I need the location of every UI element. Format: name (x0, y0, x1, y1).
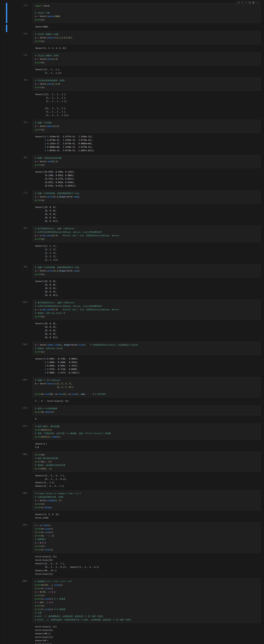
cell-output-wrap: tensor([[0, 0, 0], [0, 0, 0], [0, 0, 0],… (33, 278, 261, 297)
code-line: # 创建一个 2x4 的tensor (35, 378, 258, 382)
code-token: torch. (39, 36, 47, 39)
code-cell-editor[interactable]: # 矩阵乘法 1*2 + 2*5 + 3*3 + 4*7print(m[[0],… (33, 578, 261, 623)
code-line: print(z.size()) (35, 548, 258, 552)
execution-count-label: [17]: (3, 406, 28, 415)
code-token: (), (76, 393, 81, 395)
code-line: x = torch.zeros(5,3,dtype=torch.long) (35, 269, 258, 273)
code-token: = (37, 499, 39, 502)
code-cell-editor[interactable]: # 返回 第0行, 第2列的数print(m[0][2])# 然而, 严格的来说… (33, 423, 261, 440)
code-token: 4 (58, 386, 59, 388)
code-cell-editor[interactable]: # 创建一个全0的张量, 里面的数据类型为 longx = torch.zero… (33, 264, 261, 278)
code-token: 7 (69, 382, 70, 385)
output-line: torch.Size([]) (35, 642, 261, 644)
execution-count-label: [21]: (3, 423, 28, 440)
code-token: , (54, 160, 55, 163)
run-cell-icon[interactable]: ▷ (237, 1, 240, 4)
code-token: z (35, 601, 37, 604)
cell-output: tensor([[-0.6997, -0.1785, 0.9083], [-1.… (33, 356, 261, 375)
code-token: 5 (54, 125, 55, 128)
code-token: , (58, 196, 59, 198)
output-line: [ 1.8670e-14, 3.0778e-41, -1.6887e-04]]) (35, 149, 261, 152)
code-token: dtype (59, 270, 65, 272)
code-token: print (35, 238, 41, 240)
code-line: print(x) (35, 86, 258, 89)
output-line: 3.0 (35, 446, 261, 449)
code-cell-editor[interactable]: print(m)# 返回 第1列的全部元素print(m[:, 1])# 类似的… (33, 452, 261, 472)
cell-output-row: tensor(3.)3.0 (3, 440, 261, 450)
code-token: new_ones (42, 308, 52, 311)
code-token: empty (47, 125, 53, 128)
code-token: , (56, 125, 57, 128)
code-token: v. (39, 524, 42, 526)
code-line: x = torch.rand(5,3) (35, 160, 258, 163)
code-cell-editor[interactable]: # Create tensor of numbers from 1 to 5# … (33, 490, 261, 511)
output-line: [ 0.9084, -1.4175, -0.1383]]) (35, 371, 261, 374)
cell-output: tensor([[0, 0, 0], [0, 0, 0], [0, 0, 0],… (33, 204, 261, 223)
code-token: , : (43, 601, 47, 604)
cell-input-wrap: v = v.float()print(m.size())print(v.size… (33, 522, 261, 553)
code-cell-editor[interactable]: # 创建一个 2x4 的tensorm = torch.Tensor([[2, … (33, 377, 261, 397)
code-cell-editor[interactable]: # 可以是任意维度的数组 (张量)x = torch.ones(2,3,4)pr… (33, 78, 261, 91)
code-token: , (54, 234, 55, 237)
output-execution-count-label (3, 91, 28, 117)
code-cell-editor[interactable]: # 返回 m 中元素的数量print(m.numel()) (33, 406, 261, 415)
code-token: 2 (59, 36, 60, 39)
code-cell-editor[interactable]: # 可以是一维数组 (向量)x = torch.tensor([1,2,3,4,… (33, 31, 261, 44)
code-token: 1 (57, 36, 58, 39)
cell-output: tensor([1, 2, 3, 4])torch.int64 (33, 511, 261, 520)
cell-output-wrap: tensor([[[1., 1., 1., 1.], [1., 1., 1., … (33, 91, 261, 117)
code-line: print(m[0, :]) (35, 467, 258, 470)
code-comment: # 可以是一个数 (35, 12, 49, 14)
notebook-cell: [7]:# 创建一个全0的张量, 里面的数据类型为 longx = torch.… (3, 190, 261, 223)
code-token: torch. (66, 196, 74, 198)
code-line: # 可以是二维数组 (矩阵) (35, 54, 258, 58)
output-line: [0, 0, 0], (35, 283, 261, 286)
code-token: sep (81, 393, 84, 395)
delete-cell-icon[interactable]: 🗑 (252, 1, 255, 4)
more-actions-icon[interactable]: ⋯ (255, 1, 258, 4)
split-cell-icon[interactable]: ◫ (248, 1, 251, 4)
code-line: # 矩阵乘法 1*2 + 2*5 + 3*3 + 4*7 (35, 580, 258, 583)
code-token: print (35, 548, 41, 551)
code-token: (z) (41, 545, 45, 548)
code-token: 3 (56, 83, 57, 85)
code-cell-editor[interactable]: # 创建一个全0的张量, 里面的数据类型为 longx = torch.zero… (33, 190, 261, 204)
cell-input-wrap: # 创建一个 2x4 的tensorm = torch.Tensor([[2, … (33, 377, 261, 397)
code-cell-editor[interactable]: # 可以是二维数组 (矩阵)x = torch.ones(2,3)print(x… (33, 52, 261, 66)
run-above-icon[interactable]: ⇡ (241, 1, 244, 4)
output-line: [0, 0, 0], (35, 216, 261, 220)
notebook-cell: [21]:# 返回 第0行, 第2列的数print(m[0][2])# 然而, … (3, 423, 261, 450)
code-token: print (35, 273, 41, 276)
code-cell-editor[interactable]: import torch # 可以是一个数x = torch.tensor(66… (33, 3, 261, 23)
code-token: ' -- ' (86, 393, 93, 395)
code-line: [4, 2, 1, 9]]) (35, 386, 258, 389)
output-line: tensor([49., 47.]) (35, 569, 261, 572)
run-below-icon[interactable]: ⇣ (245, 1, 248, 4)
code-token: 3 (65, 382, 66, 385)
code-token: ] (47, 601, 48, 604)
notebook-cell-list: [1]:import torch # 可以是一个数x = torch.tenso… (0, 0, 264, 644)
output-line: tensor([[[1., 1., 1., 1.], (35, 93, 261, 96)
code-token: ][ (46, 429, 48, 431)
cell-output-row: tensor([[[1., 1., 1., 1.], [1., 1., 1., … (3, 91, 261, 117)
cell-output: tensor([[1, 1, 1], [1, 1, 1], [1, 1, 1],… (33, 243, 261, 262)
cell-output-wrap: tensor([[-7.4236e+15, 4.5757e-41, 1.3346… (33, 134, 261, 153)
code-token: x (35, 15, 37, 18)
code-cell-editor[interactable]: # 创建一个随机初始化的张量x = torch.rand(5,3)print(x… (33, 155, 261, 168)
execution-count-label: [68]: (3, 578, 28, 623)
code-token: @ (42, 542, 43, 544)
code-cell-editor[interactable]: v = v.float()print(m.size())print(v.size… (33, 522, 261, 553)
code-token: ()) (49, 528, 53, 530)
code-token: ( (63, 393, 64, 395)
code-cell-editor[interactable]: z = torch.randn_like(x, dtype=torch.floa… (33, 342, 261, 355)
code-token: torch. (71, 344, 78, 346)
code-line: print(z) (35, 604, 258, 608)
code-cell-editor[interactable]: # 创建一个空张量x = torch.empty(5,3)print(x) (33, 120, 261, 133)
code-token: (v) (41, 503, 45, 505)
code-line: print(z) (35, 544, 258, 548)
code-cell-editor[interactable]: # 基于现有的tensor, 创建一个新tensor,# 从而可以利用原有的te… (33, 226, 261, 242)
code-cell-editor[interactable]: # 基于现有的tensor, 创建一个新tensor,# 从而可以利用原有的te… (33, 300, 261, 320)
code-line: # 返回 第1列的全部元素 (35, 456, 258, 460)
code-token: v (53, 591, 56, 593)
code-token: ) (60, 499, 61, 502)
